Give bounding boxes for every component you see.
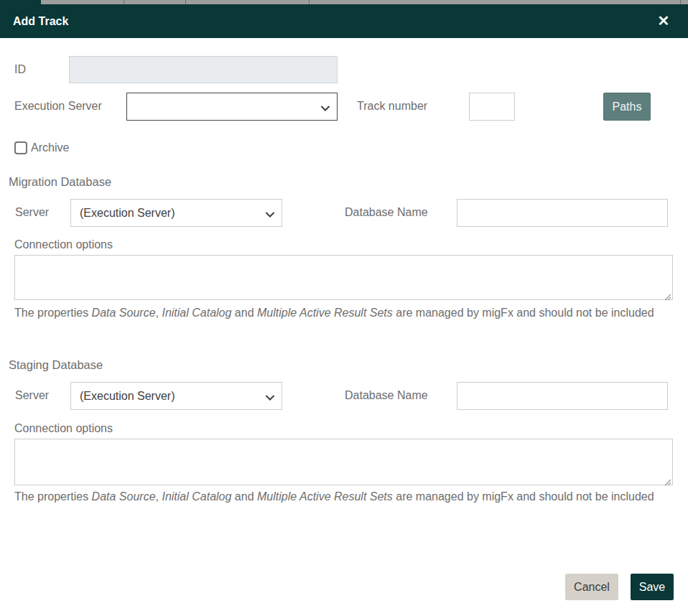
track-number-label: Track number [357, 100, 427, 113]
staging-managed-properties-note: The properties Data Source, Initial Cata… [14, 487, 671, 506]
save-button[interactable]: Save [631, 574, 674, 600]
staging-server-select-control[interactable]: (Execution Server) [70, 382, 282, 410]
migration-database-name-label: Database Name [345, 206, 428, 219]
migration-database-section-title: Migration Database [9, 175, 111, 189]
migration-database-name-field[interactable] [457, 199, 668, 227]
modal-header: Add Track ✕ [0, 4, 688, 38]
staging-connection-options-field[interactable] [14, 439, 673, 485]
migration-server-label: Server [15, 206, 49, 219]
execution-server-select[interactable] [126, 93, 338, 121]
staging-database-section-title: Staging Database [9, 358, 103, 372]
modal-title: Add Track [13, 4, 68, 38]
staging-server-label: Server [15, 389, 49, 402]
track-number-field[interactable] [469, 93, 515, 121]
migration-server-select[interactable]: (Execution Server) [70, 199, 282, 227]
id-label: ID [14, 63, 26, 76]
execution-server-select-control[interactable] [126, 93, 338, 121]
migration-connection-options-field[interactable] [14, 255, 673, 300]
close-icon[interactable]: ✕ [652, 4, 675, 38]
id-field [69, 56, 338, 83]
archive-label: Archive [31, 141, 69, 154]
execution-server-label: Execution Server [14, 100, 102, 113]
staging-connection-options-label: Connection options [14, 422, 113, 435]
migration-server-select-control[interactable]: (Execution Server) [70, 199, 282, 227]
archive-checkbox[interactable] [14, 141, 27, 154]
cancel-button[interactable]: Cancel [565, 574, 618, 600]
staging-database-name-label: Database Name [345, 389, 428, 402]
staging-database-name-field[interactable] [457, 382, 668, 410]
migration-connection-options-label: Connection options [14, 238, 113, 251]
paths-button[interactable]: Paths [603, 93, 651, 121]
migration-managed-properties-note: The properties Data Source, Initial Cata… [14, 304, 671, 322]
staging-server-select[interactable]: (Execution Server) [70, 382, 282, 410]
add-track-dialog-screen: Add Track ✕ ID Execution Server Track nu… [0, 0, 688, 616]
